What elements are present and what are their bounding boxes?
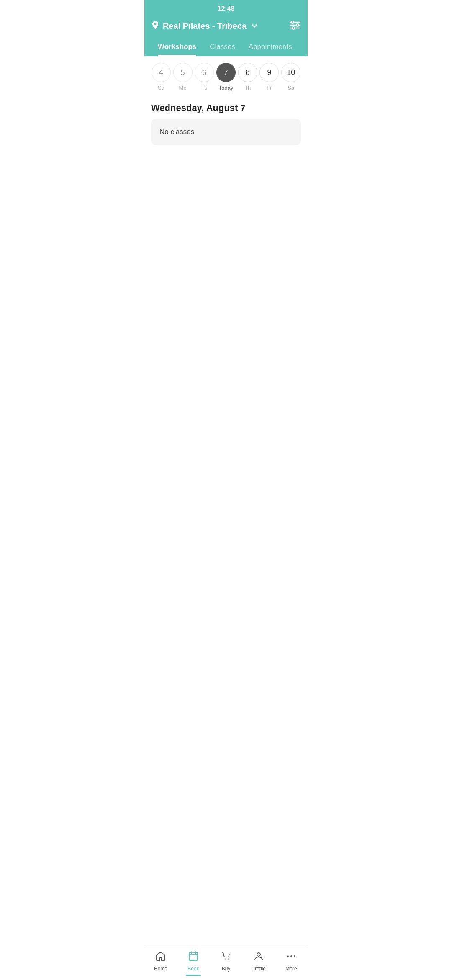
tab-workshops[interactable]: Workshops (151, 39, 203, 56)
location-left[interactable]: Real Pilates - Tribeca (151, 21, 257, 32)
day-label-mo: Mo (179, 85, 187, 91)
day-label-tu: Tu (201, 85, 208, 91)
svg-point-4 (291, 21, 294, 23)
day-label-fr: Fr (267, 85, 272, 91)
day-label-su: Su (158, 85, 164, 91)
day-number-8: 8 (238, 63, 257, 82)
day-item-friday[interactable]: 9 Fr (259, 63, 280, 91)
day-label-sa: Sa (288, 85, 294, 91)
svg-point-5 (296, 24, 299, 26)
status-bar: 12:48 (144, 0, 308, 16)
calendar-section: 4 Su 5 Mo 6 Tu 7 Today 8 (144, 56, 308, 94)
day-label-today: Today (219, 85, 234, 91)
day-number-10: 10 (281, 63, 300, 82)
day-item-monday[interactable]: 5 Mo (173, 63, 193, 91)
no-classes-card: No classes (151, 119, 301, 145)
tab-appointments[interactable]: Appointments (242, 39, 299, 56)
no-classes-text: No classes (159, 128, 194, 136)
content-area (144, 145, 308, 313)
app-header: Real Pilates - Tribeca Workshops Classes (144, 16, 308, 56)
day-number-7: 7 (216, 63, 236, 82)
tab-classes[interactable]: Classes (203, 39, 241, 56)
day-item-today[interactable]: 7 Today (216, 63, 236, 91)
day-number-4: 4 (152, 63, 171, 82)
svg-point-0 (154, 23, 157, 25)
day-number-9: 9 (259, 63, 279, 82)
day-item-tuesday[interactable]: 6 Tu (194, 63, 214, 91)
date-heading: Wednesday, August 7 (144, 94, 308, 119)
status-time: 12:48 (218, 5, 235, 12)
day-item-saturday[interactable]: 10 Sa (281, 63, 301, 91)
day-item-sunday[interactable]: 4 Su (151, 63, 171, 91)
tabs-row: Workshops Classes Appointments (151, 39, 301, 56)
filter-button[interactable] (289, 20, 301, 32)
days-row: 4 Su 5 Mo 6 Tu 7 Today 8 (151, 63, 301, 91)
dropdown-arrow-icon (252, 23, 257, 29)
location-row: Real Pilates - Tribeca (151, 20, 301, 39)
day-item-thursday[interactable]: 8 Th (238, 63, 258, 91)
svg-point-6 (292, 27, 295, 29)
day-number-6: 6 (195, 63, 214, 82)
location-name: Real Pilates - Tribeca (163, 21, 247, 31)
location-pin-icon (151, 21, 159, 32)
day-number-5: 5 (173, 63, 193, 82)
day-label-th: Th (244, 85, 251, 91)
